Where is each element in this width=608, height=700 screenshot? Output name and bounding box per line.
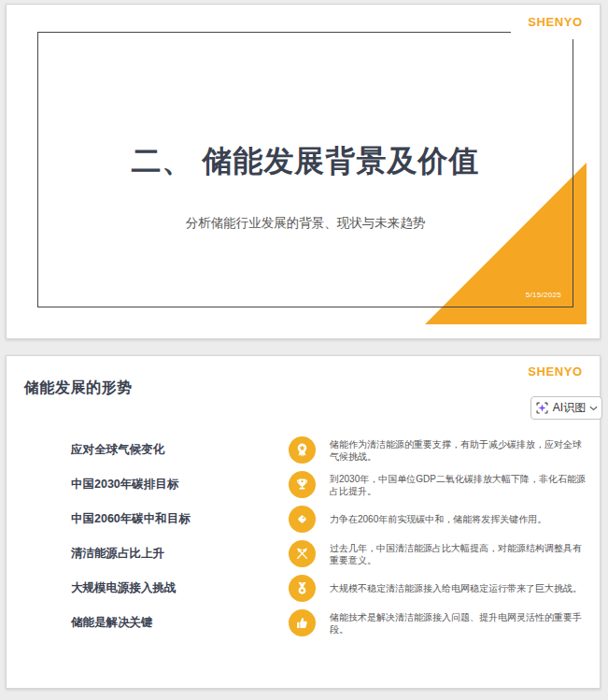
list-item: 中国2030年碳排目标 到2030年，中国单位GDP二氧化碳排放大幅下降，非化石… — [7, 467, 601, 502]
item-label: 中国2030年碳排目标 — [71, 477, 289, 493]
sparkle-scan-icon — [535, 401, 549, 415]
item-description: 储能技术是解决清洁能源接入问题、提升电网灵活性的重要手段。 — [330, 611, 586, 636]
award-ribbon-icon — [289, 436, 316, 464]
feature-list: 应对全球气候变化 储能作为清洁能源的重要支撑，有助于减少碳排放，应对全球气候挑战… — [7, 433, 601, 640]
item-label: 中国2060年碳中和目标 — [71, 511, 289, 527]
crossed-flags-icon — [289, 540, 316, 567]
ai-image-recognition-button[interactable]: AI识图 — [530, 396, 602, 420]
slide-2-content-slide: SHENYO 储能发展的形势 AI识图 应对全球气候变化 — [6, 355, 601, 689]
slide-1-title-slide: SHENYO 二、 储能发展背景及价值 分析储能行业发展的背景、现状与未来趋势 … — [6, 4, 601, 339]
item-description: 大规模不稳定清洁能源接入给电网稳定运行带来了巨大挑战。 — [330, 582, 586, 594]
slide-date: 5/15/2025 — [526, 291, 561, 299]
item-description: 力争在2060年前实现碳中和，储能将发挥关键作用。 — [330, 513, 586, 525]
list-item: 大规模电源接入挑战 大规模不稳定清洁能源接入给电网稳定运行带来了巨大挑战。 — [7, 571, 601, 606]
item-label: 储能是解决关键 — [71, 615, 289, 631]
tag-icon — [289, 506, 316, 533]
list-item: 应对全球气候变化 储能作为清洁能源的重要支撑，有助于减少碳排放，应对全球气候挑战… — [7, 433, 601, 467]
item-description: 到2030年，中国单位GDP二氧化碳排放大幅下降，非化石能源占比提升。 — [330, 473, 586, 497]
item-label: 应对全球气候变化 — [71, 442, 289, 458]
brand-logo: SHENYO — [528, 364, 583, 379]
item-label: 大规模电源接入挑战 — [71, 580, 289, 596]
chevron-down-icon[interactable] — [589, 406, 598, 411]
item-label: 清洁能源占比上升 — [71, 546, 289, 562]
item-description: 过去几年，中国清洁能源占比大幅提高，对能源结构调整具有重要意义。 — [330, 542, 586, 566]
trophy-icon — [289, 471, 316, 498]
item-description: 储能作为清洁能源的重要支撑，有助于减少碳排放，应对全球气候挑战。 — [330, 438, 586, 463]
brand-logo-box: SHENYO — [511, 356, 600, 387]
slide-title: 二、 储能发展背景及价值 — [38, 141, 573, 182]
thumbs-up-icon — [289, 609, 316, 636]
medal-star-icon — [289, 575, 316, 602]
brand-logo-box: SHENYO — [511, 5, 600, 39]
list-item: 储能是解决关键 储能技术是解决清洁能源接入问题、提升电网灵活性的重要手段。 — [7, 606, 601, 640]
slide-subtitle: 分析储能行业发展的背景、现状与未来趋势 — [38, 215, 573, 232]
slide-title: 储能发展的形势 — [24, 379, 133, 398]
list-item: 中国2060年碳中和目标 力争在2060年前实现碳中和，储能将发挥关键作用。 — [7, 502, 601, 536]
list-item: 清洁能源占比上升 过去几年，中国清洁能源占比大幅提高，对能源结构调整具有重要意义… — [7, 536, 601, 571]
ai-button-label: AI识图 — [553, 400, 586, 416]
brand-logo: SHENYO — [528, 15, 583, 29]
